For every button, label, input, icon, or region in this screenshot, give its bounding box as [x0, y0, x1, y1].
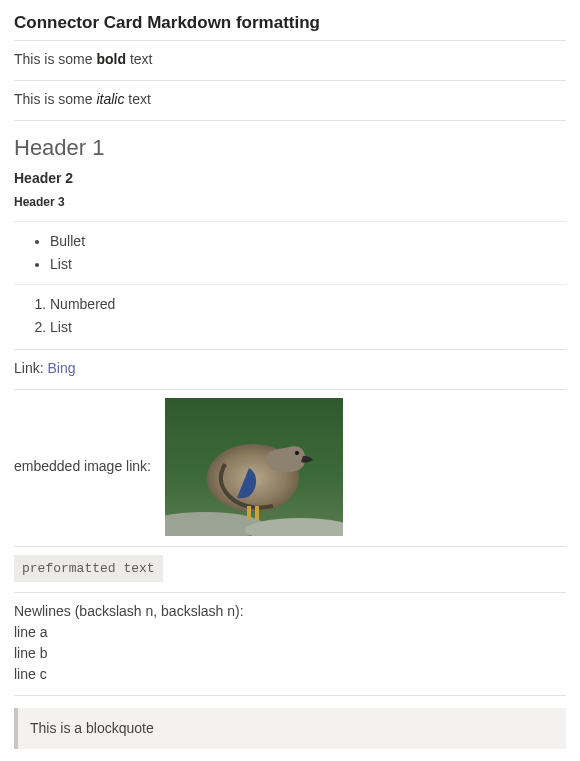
- link-label: Link:: [14, 360, 47, 376]
- link-section: Link: Bing: [14, 350, 566, 390]
- preformatted-section: preformatted text: [14, 547, 566, 594]
- duck-icon: [165, 398, 343, 536]
- newlines-section: Newlines (backslash n, backslash n): lin…: [14, 593, 566, 696]
- svg-rect-6: [255, 506, 259, 520]
- italic-text-section: This is some italic text: [14, 81, 566, 121]
- header-1: Header 1: [14, 129, 566, 166]
- connector-card: Connector Card Markdown formatting This …: [0, 0, 580, 761]
- svg-point-4: [295, 451, 299, 455]
- svg-rect-5: [247, 506, 251, 520]
- list-item: Numbered: [50, 293, 566, 316]
- image-label: embedded image link:: [14, 456, 151, 477]
- image-section: embedded image link:: [14, 390, 566, 547]
- blockquote-section: This is a blockquote: [14, 696, 566, 759]
- newline-a: line a: [14, 622, 566, 643]
- preformatted-text: preformatted text: [14, 555, 163, 583]
- italic-prefix: This is some: [14, 91, 96, 107]
- newline-b: line b: [14, 643, 566, 664]
- bing-link[interactable]: Bing: [47, 360, 75, 376]
- numbered-list: Numbered List: [14, 284, 566, 339]
- bullet-list: Bullet List: [14, 221, 566, 276]
- italic-word: italic: [96, 91, 124, 107]
- bold-prefix: This is some: [14, 51, 96, 67]
- italic-suffix: text: [124, 91, 150, 107]
- newlines-heading: Newlines (backslash n, backslash n):: [14, 601, 566, 622]
- header-3: Header 3: [14, 191, 566, 213]
- embedded-image: [165, 398, 343, 536]
- bold-text-section: This is some bold text: [14, 41, 566, 81]
- blockquote: This is a blockquote: [14, 708, 566, 749]
- list-item: List: [50, 253, 566, 276]
- header-2: Header 2: [14, 166, 566, 191]
- headers-section: Header 1 Header 2 Header 3 Bullet List N…: [14, 121, 566, 350]
- bold-suffix: text: [126, 51, 152, 67]
- list-item: List: [50, 316, 566, 339]
- card-title: Connector Card Markdown formatting: [14, 10, 566, 41]
- bold-word: bold: [96, 51, 126, 67]
- list-item: Bullet: [50, 230, 566, 253]
- newline-c: line c: [14, 664, 566, 685]
